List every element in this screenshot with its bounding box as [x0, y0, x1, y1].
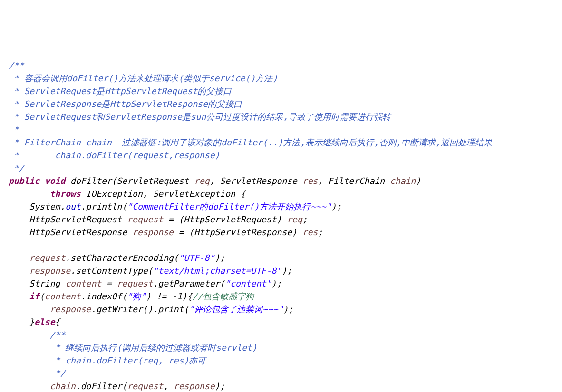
exception: ServletException	[153, 189, 235, 199]
javadoc-line: * ServletRequest和ServletResponse是sun公司过度…	[9, 112, 391, 122]
var: request	[127, 381, 163, 391]
javadoc-line: /**	[50, 330, 66, 340]
string-literal: "评论包含了违禁词~~~"	[189, 304, 283, 314]
exception: IOException	[86, 189, 143, 199]
literal: -1	[172, 291, 182, 301]
javadoc-line: */	[50, 368, 66, 378]
var: content	[65, 278, 101, 288]
param: req	[194, 176, 210, 186]
method: setContentType	[76, 266, 148, 276]
var: request	[29, 253, 65, 263]
keyword-throws: throws	[50, 189, 81, 199]
method: print	[158, 304, 184, 314]
type: HttpServletResponse	[194, 227, 292, 237]
var: response	[174, 381, 215, 391]
method: getParameter	[158, 278, 220, 288]
type: HttpServletResponse	[29, 227, 127, 237]
javadoc-line: /**	[9, 60, 24, 70]
type: FilterChain	[328, 176, 385, 186]
javadoc-line: * FilterChain chain 过滤器链:调用了该对象的doFilter…	[9, 137, 492, 147]
javadoc-line: * chain.doFilter(req, res)亦可	[50, 355, 206, 365]
type: ServletResponse	[220, 176, 297, 186]
keyword-else: else	[34, 317, 55, 327]
inline-comment: //包含敏感字狗	[193, 291, 254, 301]
var: response	[29, 266, 70, 276]
field-out: out	[65, 201, 81, 211]
method: getWriter	[96, 304, 143, 314]
string-literal: "狗"	[127, 291, 146, 301]
javadoc-line: * 继续向后执行(调用后续的过滤器或者时servlet)	[50, 343, 257, 353]
var: response	[50, 304, 91, 314]
var: req	[287, 214, 302, 224]
keyword-public: public	[9, 176, 39, 186]
type: HttpServletRequest	[29, 214, 122, 224]
string-literal: "text/html;charset=UTF-8"	[153, 266, 281, 276]
javadoc-line: */	[9, 163, 24, 173]
type: HttpServletRequest	[184, 214, 277, 224]
var: request	[127, 214, 163, 224]
type: ServletRequest	[117, 176, 189, 186]
javadoc-line: * ServletRequest是HttpServletRequest的父接口	[9, 86, 232, 96]
method: setCharacterEncoding	[70, 253, 174, 263]
keyword-if: if	[29, 291, 39, 301]
param: res	[302, 176, 318, 186]
param: chain	[390, 176, 416, 186]
javadoc-line: * 容器会调用doFilter()方法来处理请求(类似于service()方法)	[9, 73, 278, 83]
keyword-void: void	[45, 176, 65, 186]
string-literal: "UTF-8"	[179, 253, 215, 263]
method: indexOf	[86, 291, 122, 301]
var: chain	[50, 381, 76, 391]
javadoc-line: * chain.doFilter(request,response)	[9, 150, 220, 160]
var: content	[45, 291, 81, 301]
method-name: doFilter	[70, 176, 112, 186]
string-literal: "content"	[225, 278, 271, 288]
string-literal: "CommentFilter的doFilter()方法开始执行~~~"	[127, 201, 331, 211]
type: String	[29, 278, 60, 288]
code-block: /** * 容器会调用doFilter()方法来处理请求(类似于service(…	[5, 56, 557, 392]
method: println	[86, 201, 122, 211]
var: response	[132, 227, 174, 237]
var: res	[302, 227, 318, 237]
method: doFilter	[81, 381, 122, 391]
javadoc-line: * ServletResponse是HttpServletResponse的父接…	[9, 99, 242, 109]
javadoc-line: *	[9, 124, 19, 134]
class: System	[29, 201, 60, 211]
var: request	[117, 278, 153, 288]
